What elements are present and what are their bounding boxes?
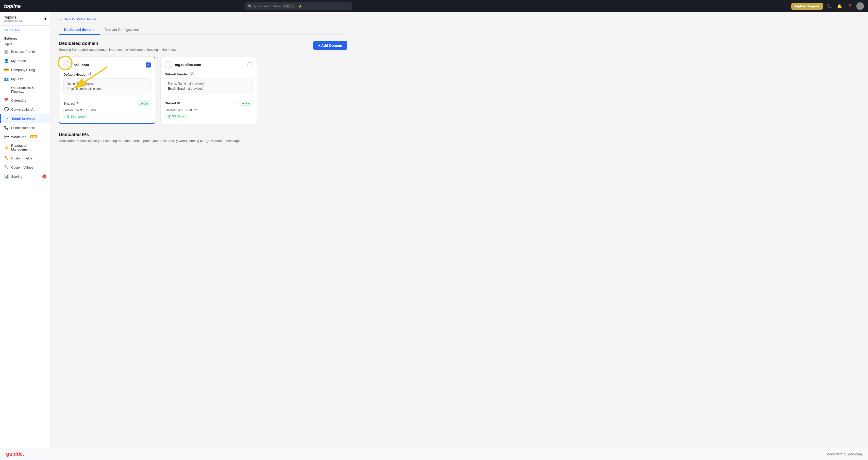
shared-ip-section-1: Shared IP Active 04/19/2024 at 10:15 AM … [63,98,151,119]
sidebar: Topline Charleston, SC ▾ < Go Back Setti… [0,12,51,448]
sidebar-item-label: Company Billing [11,68,35,72]
scoring-icon: 📊 [4,174,9,179]
default-header-section-2: Default Header ? Name: Name not provided… [165,72,252,94]
page-header: Dedicated domain Sending from a dedicate… [59,41,347,52]
page-subtitle: Sending from a dedicated domain improves… [59,48,177,52]
tab-domain-configuration[interactable]: Domain Configuration [100,25,144,35]
sidebar-item-my-profile[interactable]: 👤 My Profile [0,56,51,65]
sidebar-item-business-profile[interactable]: 🏢 Business Profile [0,47,51,56]
sidebar-item-label: Opportunities & Pipelin... [11,86,46,93]
tab-dedicated-domain[interactable]: Dedicated domain [59,25,100,35]
sidebar-item-label: Conversation AI [11,108,34,112]
custom-values-icon: 🔧 [4,165,9,170]
date-text-1: 04/19/2024 at 10:15 AM [63,109,151,112]
content-inner: ← Back to SMTP Service Dedicated domain … [51,12,355,148]
dedicated-ips-title: Dedicated IPs [59,132,347,137]
default-header-title-1: Default Header ? [63,72,151,76]
three-dots-button-2[interactable]: ··· [165,61,172,68]
email-services-icon: 📧 [5,116,9,121]
back-link-text: Back to SMTP Service [64,17,97,21]
add-domain-button[interactable]: + Add Domain [313,41,347,50]
company-name: Topline [4,15,23,19]
shared-ip-header-1: Shared IP Active [63,101,151,106]
sidebar-item-label: My Profile [11,59,26,63]
footer: guidde. Made with guidde.com [0,448,868,460]
conversation-ai-icon: 💬 [4,107,9,112]
tabs-container: Dedicated domain Domain Configuration [59,25,347,35]
shared-ip-title-1: Shared IP [63,101,79,105]
custom-fields-icon: ✏️ [4,156,9,160]
my-staff-icon: 👥 [4,77,9,81]
sidebar-item-conversation-ai[interactable]: 💬 Conversation AI [0,105,51,114]
domain-selected-checkbox-1[interactable]: ✓ [146,62,151,67]
search-icon: 🔍 [248,4,252,8]
sidebar-header: Topline Charleston, SC ▾ [0,12,51,26]
domain-name-1: hel...com [73,63,89,67]
ssl-badge-2: 🛡️ SSL Issued [165,114,189,119]
scoring-badge: 4 [42,175,46,179]
sidebar-item-label: Phone Numbers [11,126,35,130]
sidebar-item-reputation-management[interactable]: ⭐ Reputation Management [0,142,51,154]
sidebar-item-phone-numbers[interactable]: 📞 Phone Numbers [0,123,51,132]
sidebar-item-my-staff[interactable]: 👥 My Staff [0,74,51,84]
lightning-icon: ⚡ [298,4,302,8]
header-info-box-2: Name: Name not provided Email: Email not… [165,78,252,94]
company-billing-icon: 💳 [4,67,9,72]
app-logo: topline [4,3,21,9]
sidebar-item-custom-fields[interactable]: ✏️ Custom Fields [0,154,51,163]
sidebar-item-custom-values[interactable]: 🔧 Custom Values [0,163,51,172]
date-text-2: 04/21/2023 at 12:30 PM [165,108,252,112]
domain-selected-checkbox-2[interactable] [247,62,252,67]
sidebar-item-label: Custom Fields [11,156,32,160]
main-layout: Topline Charleston, SC ▾ < Go Back Setti… [0,12,868,448]
shared-ip-title-2: Shared IP [165,101,180,105]
bell-icon[interactable]: 🔔 [836,3,843,10]
domain-card-header-1: ··· hel...com ✓ [63,61,151,69]
sidebar-item-scoring[interactable]: 📊 Scoring 4 [0,172,51,181]
sidebar-item-label: Reputation Management [11,144,46,151]
shield-icon-2: 🛡️ [167,115,171,118]
header-name-2: Name: Name not provided [168,81,249,86]
top-nav: topline 🔍 Quick search here Ctrl + K ⚡ t… [0,0,868,12]
domain-card-2[interactable]: ··· mg.topline.com Default Header ? [160,57,257,124]
sidebar-item-label: Business Profile [11,50,35,54]
sidebar-item-email-services[interactable]: 📧 Email Services [0,114,51,123]
active-badge-2: Active [239,101,252,105]
phone-icon[interactable]: 📞 [826,3,833,10]
header-info-box-1: Name: Team Topline Email: team@topline.c… [63,79,151,94]
phone-numbers-icon: 📞 [4,125,9,130]
domain-card-1[interactable]: ··· hel...com ✓ Default Header ? Na [59,57,155,124]
content-area: ← Back to SMTP Service Dedicated domain … [51,12,868,448]
my-profile-icon: 👤 [4,58,9,63]
help-icon[interactable]: ❓ [846,3,853,10]
search-shortcut: Ctrl + K [283,4,295,8]
shared-ip-header-2: Shared IP Active [165,101,252,105]
avatar[interactable]: T [856,2,864,10]
sidebar-item-calendars[interactable]: 📅 Calendars [0,96,51,105]
go-back-link[interactable]: < Go Back [0,26,51,34]
search-placeholder: Quick search here [254,4,281,8]
shared-ip-section-2: Shared IP Active 04/21/2023 at 12:30 PM … [165,98,252,119]
beta-badge: beta [30,135,37,139]
sidebar-item-whatsapp[interactable]: 💬 WhatsApp beta [0,132,51,142]
settings-section-title: Settings [0,34,51,41]
sidebar-item-label: Custom Values [11,165,33,169]
header-name-1: Name: Team Topline [67,81,148,86]
domain-card-left-1: ··· hel...com [63,61,89,69]
default-header-title-2: Default Header ? [165,72,252,76]
three-dots-button-1[interactable]: ··· [63,61,71,69]
business-profile-icon: 🏢 [4,49,9,54]
back-to-smtp-link[interactable]: ← Back to SMTP Service [59,17,347,21]
support-button[interactable]: topline Support [792,3,823,10]
chevron-down-icon[interactable]: ▾ [44,17,46,21]
search-bar[interactable]: 🔍 Quick search here Ctrl + K ⚡ [245,2,352,10]
page-title: Dedicated domain [59,41,177,46]
default-header-section-1: Default Header ? Name: Team Topline Emai… [63,72,151,94]
sidebar-item-label: Scoring [11,175,22,179]
info-icon-2[interactable]: ? [190,72,194,76]
domain-cards: ··· hel...com ✓ Default Header ? Na [59,57,347,124]
sidebar-item-label: WhatsApp [11,135,26,139]
sidebar-item-company-billing[interactable]: 💳 Company Billing [0,65,51,74]
sidebar-item-opportunities[interactable]: Opportunities & Pipelin... [0,84,51,96]
info-icon-1[interactable]: ? [88,72,92,76]
